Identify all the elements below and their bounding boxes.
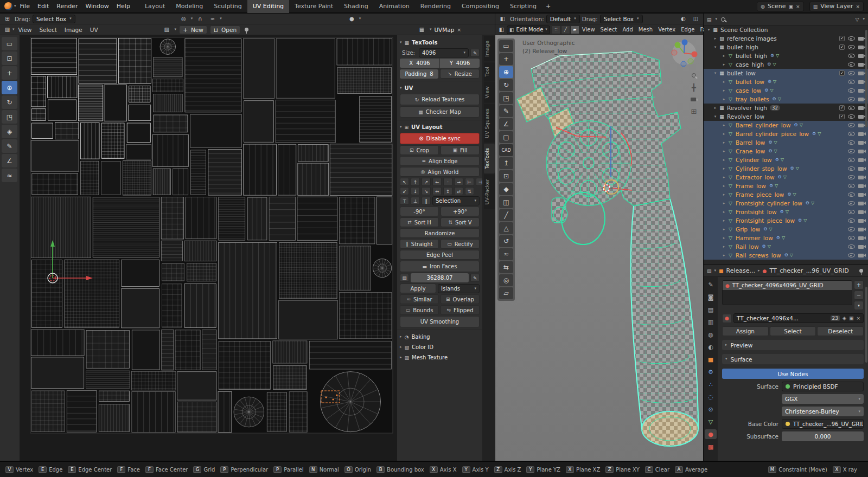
disable-render-icon[interactable]	[858, 219, 864, 223]
outliner-row[interactable]: ▸ ▽ Frontsight_low ⚙ ▽	[704, 208, 868, 216]
material-name-field[interactable]: TT_checker_4096x4... 23 ◈ ▣ ×	[733, 313, 864, 323]
material-slot-list[interactable]: ● TT_checker_4096x4096_UV_GRID	[722, 280, 852, 305]
outliner-row[interactable]: ▸ ▽ case_high ⚙ ▽	[704, 60, 868, 69]
zoom-icon[interactable]	[692, 73, 696, 78]
properties-tab-world[interactable]: ◐	[705, 342, 717, 352]
outliner-row[interactable]: ▸ ▽ Barrel_cylinder_low ⚙ ▽	[704, 121, 868, 130]
outliner-row[interactable]: ▸ ▽ Cylinder_stop_low ⚙ ▽	[704, 164, 868, 173]
tool-add-cube[interactable]: ▢	[499, 131, 513, 143]
snap-target-caret-icon[interactable]: ▾	[220, 17, 222, 21]
pin-icon[interactable]	[245, 28, 248, 31]
subsurface-slider[interactable]: 0.000	[782, 431, 864, 441]
workspace-tab[interactable]: Compositing	[456, 0, 505, 13]
eyedropper-icon[interactable]: ✎	[470, 49, 480, 57]
tool-shear[interactable]: ▱	[499, 287, 513, 299]
tool-rotate[interactable]: ↻	[2, 95, 17, 109]
uv-menu-item[interactable]: UV	[86, 23, 102, 36]
hide-eye-icon[interactable]	[848, 54, 855, 58]
texel-eyedropper-icon[interactable]: ✎	[470, 274, 480, 282]
hide-eye-icon[interactable]	[848, 149, 855, 153]
edge-peel-button[interactable]: Edge Peel	[400, 250, 480, 260]
disable-render-icon[interactable]	[858, 46, 864, 49]
select-overlap-button[interactable]: ⊞Overlap	[441, 294, 480, 304]
vp-drag-mode-dropdown[interactable]: Select Box ▾	[600, 15, 643, 23]
sidebar-tab[interactable]: UV Squares	[484, 104, 495, 143]
expand-arrow-icon[interactable]: ▾	[706, 28, 712, 32]
uv-menu-item[interactable]: Image	[61, 23, 86, 36]
disable-render-icon[interactable]	[858, 98, 864, 101]
tool-scale[interactable]: ◳	[2, 110, 17, 124]
ortho-toggle-icon[interactable]: ⊞	[691, 108, 697, 115]
hide-eye-icon[interactable]	[848, 158, 855, 162]
pivot-point-icon[interactable]: ●	[347, 15, 357, 23]
disable-render-icon[interactable]	[858, 176, 864, 179]
outliner-row[interactable]: ▸ ▽ Rail_low ⚙ ▽	[704, 242, 868, 251]
outliner-row[interactable]: ▸ ▦ Revolver_high 32 ⚙ ▽	[704, 104, 868, 112]
collapsed-section-header[interactable]: ▸ ◔ Baking	[400, 332, 480, 341]
align-button[interactable]: ↘	[422, 187, 431, 195]
search-icon[interactable]	[721, 17, 725, 22]
collapsed-section-header[interactable]: ▸ ▨ Mesh Texture	[400, 353, 480, 362]
deselect-button[interactable]: Deselect	[817, 326, 864, 336]
expand-arrow-icon[interactable]: ▸	[721, 123, 727, 127]
disable-render-icon[interactable]	[858, 184, 864, 188]
workspace-tab[interactable]: Rendering	[415, 0, 456, 13]
tool-loop-cut[interactable]: ◫	[499, 196, 513, 208]
hide-eye-icon[interactable]	[848, 88, 855, 93]
display-mode-caret-icon[interactable]: ▾	[716, 17, 718, 21]
use-nodes-button[interactable]: Use Nodes	[722, 369, 864, 379]
expand-arrow-icon[interactable]: ▸	[721, 236, 727, 240]
tool-tweak[interactable]: ▭	[499, 40, 513, 52]
expand-arrow-icon[interactable]: ▸	[712, 106, 718, 110]
expand-arrow-icon[interactable]: ▸	[721, 166, 727, 171]
size-y-field[interactable]: Y4096	[440, 59, 480, 68]
outliner-row[interactable]: ▸ ▽ case_low ⚙ ▽	[704, 86, 868, 95]
align-right-edge-button[interactable]: ⊥	[411, 197, 420, 205]
navigation-gizmo[interactable]	[669, 38, 699, 68]
assign-button[interactable]: Assign	[722, 326, 769, 336]
disable-render-icon[interactable]	[858, 89, 864, 93]
hide-eye-icon[interactable]	[848, 166, 855, 171]
workspace-tab[interactable]: Scripting	[505, 0, 542, 13]
exclude-checkbox[interactable]	[839, 36, 845, 41]
exclude-checkbox[interactable]	[839, 105, 845, 111]
properties-tab-modifiers[interactable]: ⚙	[705, 367, 717, 377]
align-button[interactable]: ·	[443, 178, 452, 186]
hide-eye-icon[interactable]	[848, 236, 855, 240]
outliner-row[interactable]: ▸ ▽ Grip_low ⚙ ▽	[704, 225, 868, 234]
disable-render-icon[interactable]	[858, 106, 864, 110]
filter-caret-icon[interactable]: ▾	[863, 17, 865, 21]
hide-eye-icon[interactable]	[848, 36, 855, 41]
disable-render-icon[interactable]	[858, 115, 864, 119]
align-button[interactable]: ↗	[422, 178, 431, 186]
expand-arrow-icon[interactable]: ▸	[721, 88, 727, 93]
hide-eye-icon[interactable]	[848, 184, 855, 188]
texel-density-icon[interactable]: ▤	[400, 274, 409, 282]
outliner-row[interactable]: ▸ ▽ Barrel_cylinder_piece_low ⚙ ▽	[704, 130, 868, 138]
sort-h-button[interactable]: ⇄Sort H	[400, 217, 439, 227]
sidebar-tab[interactable]: TexTools	[484, 144, 495, 173]
subsurface-method-dropdown[interactable]: Christensen-Burley ▾	[782, 407, 864, 416]
align-edge-button[interactable]: ≡Align Edge	[400, 156, 480, 166]
add-workspace-button[interactable]: +	[542, 0, 554, 13]
vertex-select-mode-button[interactable]: ∷	[552, 25, 561, 34]
viewport-menu-item[interactable]: View	[579, 23, 598, 36]
randomize-button[interactable]: Randomize	[400, 228, 480, 238]
outliner-row[interactable]: ▸ ▽ Frame_piece_low ⚙ ▽	[704, 190, 868, 199]
vp-editor-type-icon[interactable]: ◧	[496, 25, 507, 34]
uv-menu-item[interactable]: View	[15, 23, 36, 36]
properties-tab-tool[interactable]: ✎	[705, 280, 717, 289]
disable-render-icon[interactable]	[858, 210, 864, 214]
align-button[interactable]: ↔	[432, 187, 442, 195]
disable-render-icon[interactable]	[858, 37, 864, 41]
align-button[interactable]: ⊢	[465, 178, 474, 186]
expand-arrow-icon[interactable]: ▸	[721, 149, 727, 153]
camera-view-icon[interactable]	[691, 98, 696, 101]
edge-select-mode-button[interactable]: ╱	[561, 25, 570, 34]
align-left-edge-button[interactable]: ⊤	[400, 197, 409, 205]
viewport-canvas[interactable]: User Orthographic (2) Release_low ▭+⊕↻◳✎…	[495, 35, 703, 461]
expand-arrow-icon[interactable]: ▸	[721, 244, 727, 249]
sidebar-tab[interactable]: Image	[484, 36, 495, 61]
disable-render-icon[interactable]	[858, 132, 864, 136]
slot-specials-button[interactable]: ▾	[854, 301, 864, 310]
